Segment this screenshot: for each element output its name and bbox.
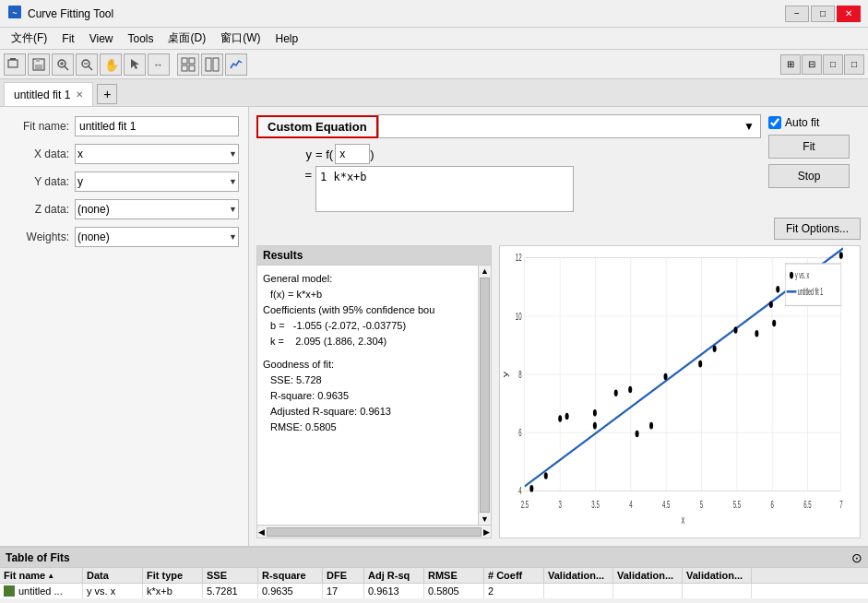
result-line-9: Adjusted R-square: 0.9613: [270, 404, 472, 420]
z-data-row: Z data: (none) ▼: [9, 199, 239, 219]
toolbar-save[interactable]: [28, 53, 50, 76]
toolbar-zoom-in[interactable]: [52, 53, 74, 76]
col-header-val1: Validation...: [544, 568, 613, 583]
menu-view[interactable]: View: [82, 30, 121, 47]
equation-body-input[interactable]: 1 k*x+b: [315, 166, 574, 212]
scroll-up-btn[interactable]: ▲: [479, 266, 491, 277]
svg-point-42: [614, 389, 618, 396]
svg-point-40: [593, 422, 597, 430]
layout-btn-2[interactable]: ⊟: [802, 54, 822, 75]
menu-fit[interactable]: Fit: [54, 30, 81, 47]
toolbar-grid2[interactable]: [201, 53, 223, 76]
fit-color-indicator: [4, 585, 15, 597]
close-button[interactable]: ✕: [837, 6, 861, 22]
tab-label: untitled fit 1: [14, 89, 70, 101]
svg-text:8: 8: [518, 369, 521, 380]
toolbar-pan[interactable]: ✋: [100, 53, 122, 76]
equation-x-input[interactable]: [335, 144, 370, 164]
toolbar-select[interactable]: [124, 53, 146, 76]
results-scrollbar[interactable]: ▲ ▼: [478, 266, 491, 525]
svg-rect-6: [36, 59, 40, 62]
x-data-select[interactable]: x: [75, 144, 239, 164]
cell-rsquare: 0.9635: [258, 584, 323, 598]
tab-untitled-fit-1[interactable]: untitled fit 1 ✕: [4, 82, 93, 106]
menu-window[interactable]: 窗口(W): [213, 29, 268, 48]
stop-button[interactable]: Stop: [768, 164, 850, 188]
svg-point-53: [776, 286, 779, 293]
svg-text:3.5: 3.5: [591, 499, 599, 510]
autofit-checkbox[interactable]: [768, 116, 781, 129]
fit-name-row: Fit name:: [9, 116, 239, 136]
y-data-select[interactable]: y: [75, 171, 239, 192]
maximize-button[interactable]: □: [811, 6, 835, 22]
svg-text:4: 4: [518, 485, 521, 496]
svg-text:y: y: [502, 371, 508, 377]
col-header-rsquare: R-square: [258, 568, 323, 583]
svg-rect-20: [189, 65, 195, 71]
toolbar-plot[interactable]: [225, 53, 247, 76]
menu-desktop[interactable]: 桌面(D): [161, 29, 213, 48]
weights-select[interactable]: (none): [75, 227, 239, 247]
cell-rmse: 0.5805: [424, 584, 484, 598]
hscroll-thumb[interactable]: [267, 527, 482, 537]
svg-point-50: [755, 330, 758, 337]
toolbar-zoom-out[interactable]: [76, 53, 98, 76]
svg-text:12: 12: [516, 252, 522, 263]
fit-name-input[interactable]: [75, 116, 239, 136]
cell-fittype: k*x+b: [143, 584, 203, 598]
result-line-5: k = 2.095 (1.886, 2.304): [270, 334, 472, 349]
svg-point-51: [769, 301, 773, 308]
fit-options-button[interactable]: Fit Options...: [774, 218, 861, 240]
z-data-select[interactable]: (none): [75, 199, 239, 219]
equation-eq-sign: = f(: [315, 148, 333, 161]
cell-ncoeff: 2: [484, 584, 544, 598]
x-data-select-wrap: x ▼: [75, 144, 239, 164]
layout-btn-4[interactable]: □: [844, 54, 864, 75]
layout-btn-1[interactable]: ⊞: [780, 54, 801, 75]
svg-point-45: [649, 422, 653, 430]
x-data-label: X data:: [9, 148, 69, 160]
hscroll-right-btn[interactable]: ▶: [483, 527, 490, 537]
custom-equation-button[interactable]: Custom Equation: [256, 115, 378, 138]
layout-btn-3[interactable]: □: [823, 54, 843, 75]
toolbar-exclude[interactable]: ↔: [148, 53, 170, 76]
tab-add-button[interactable]: +: [97, 84, 117, 104]
scroll-thumb[interactable]: [480, 278, 490, 513]
menu-tools[interactable]: Tools: [120, 30, 161, 47]
chart-svg: 2.5 3 3.5 4 4.5 5 5.5 6 6.5 7 4 6 8: [500, 246, 860, 538]
fit-name-label: Fit name:: [9, 120, 69, 133]
equation-type-dropdown[interactable]: ▼: [378, 114, 761, 138]
x-data-row: X data: x ▼: [9, 144, 239, 164]
equation-body-row: = 1 k*x+b: [256, 166, 761, 212]
toolbar-grid1[interactable]: [177, 53, 199, 76]
svg-rect-2: [8, 60, 18, 67]
svg-point-48: [713, 345, 717, 352]
cell-data: y vs. x: [83, 584, 143, 598]
minimize-button[interactable]: −: [785, 6, 809, 22]
fit-button[interactable]: Fit: [768, 135, 850, 159]
scroll-down-btn[interactable]: ▼: [479, 514, 491, 525]
svg-text:4: 4: [629, 499, 632, 510]
svg-point-37: [544, 472, 548, 479]
tab-close-button[interactable]: ✕: [76, 89, 83, 100]
result-line-3: Coefficients (with 95% confidence bou: [263, 302, 472, 318]
results-hscroll[interactable]: ◀ ▶: [257, 525, 491, 538]
toolbar-open[interactable]: [4, 53, 26, 76]
result-line-2: f(x) = k*x+b: [270, 287, 472, 302]
menu-help[interactable]: Help: [268, 30, 305, 47]
svg-point-38: [558, 415, 562, 422]
bottom-section: Results General model: f(x) = k*x+b Coef…: [256, 245, 861, 538]
hscroll-left-btn[interactable]: ◀: [258, 527, 265, 537]
svg-text:3: 3: [559, 499, 562, 510]
y-data-row: Y data: y ▼: [9, 171, 239, 192]
svg-point-39: [565, 413, 569, 420]
table-row: untitled ... y vs. x k*x+b 5.7281 0.9635…: [0, 584, 868, 598]
svg-text:6: 6: [771, 499, 774, 510]
menu-file[interactable]: 文件(F): [4, 29, 54, 48]
svg-rect-3: [10, 58, 16, 60]
weights-label: Weights:: [9, 231, 69, 243]
table-collapse-button[interactable]: ⊙: [851, 550, 862, 565]
table-column-headers: Fit name ▲ Data Fit type SSE R-square DF…: [0, 568, 868, 584]
col-header-fittype: Fit type: [143, 568, 203, 583]
equation-close-paren: ): [370, 148, 374, 161]
